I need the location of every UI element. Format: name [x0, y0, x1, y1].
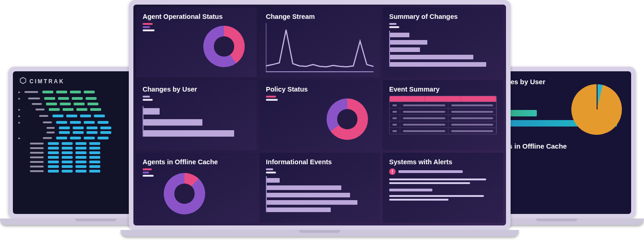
card-title: Summary of Changes: [389, 13, 497, 20]
donut-chart: [203, 26, 245, 67]
card-agent-operational-status[interactable]: Agent Operational Status: [136, 7, 257, 77]
bar-chart: [143, 106, 250, 137]
card-title: Event Summary: [389, 86, 497, 93]
screen-center: Agent Operational Status Change Stream: [133, 5, 506, 225]
screen-frame: Agent Operational Status Change Stream: [129, 0, 511, 230]
card-informational-events[interactable]: Informational Events: [259, 153, 380, 223]
card-title: Agent Operational Status: [143, 13, 250, 20]
laptop-base: [121, 230, 519, 236]
bar-chart: [389, 31, 497, 67]
event-table: [389, 96, 497, 134]
alert-icon: !: [389, 168, 396, 175]
chart-legend: [266, 96, 374, 101]
hexagon-icon: [19, 77, 27, 86]
card-systems-with-alerts[interactable]: Systems with Alerts !: [383, 153, 503, 223]
alert-text-lines: [389, 179, 497, 184]
card-agents-offline-cache[interactable]: Agents in Offline Cache: [136, 153, 257, 223]
alert-item: !: [389, 168, 497, 175]
card-title: Change Stream: [266, 13, 374, 20]
card-changes-by-user[interactable]: Changes by User: [136, 80, 257, 150]
line-chart: [266, 23, 374, 73]
card-title: Agents in Offline Cache: [143, 158, 250, 166]
chart-legend: [143, 168, 250, 177]
chart-legend: [389, 23, 497, 28]
chart-legend: [266, 168, 374, 173]
laptop-center: Agent Operational Status Change Stream: [129, 0, 511, 236]
card-change-stream[interactable]: Change Stream: [259, 7, 380, 77]
pie-chart: [571, 84, 622, 135]
donut-chart: [327, 98, 368, 140]
card-title: Systems with Alerts: [389, 158, 497, 166]
card-policy-status[interactable]: Policy Status: [259, 80, 380, 150]
chart-legend: [143, 96, 250, 101]
alert-item: [389, 189, 497, 191]
donut-chart: [164, 173, 205, 214]
card-event-summary[interactable]: Event Summary: [383, 80, 503, 150]
dashboard-grid: Agent Operational Status Change Stream: [133, 5, 506, 225]
card-title: Informational Events: [266, 158, 374, 166]
svg-marker-0: [20, 77, 26, 83]
brand-text: CIMTRAK: [29, 78, 64, 85]
alert-text-lines: [389, 195, 497, 201]
card-summary-of-changes[interactable]: Summary of Changes: [383, 7, 503, 77]
bar-chart: [266, 176, 374, 212]
brand: CIMTRAK: [19, 77, 64, 86]
card-title: Policy Status: [266, 86, 374, 93]
card-title: Changes by User: [143, 86, 250, 93]
